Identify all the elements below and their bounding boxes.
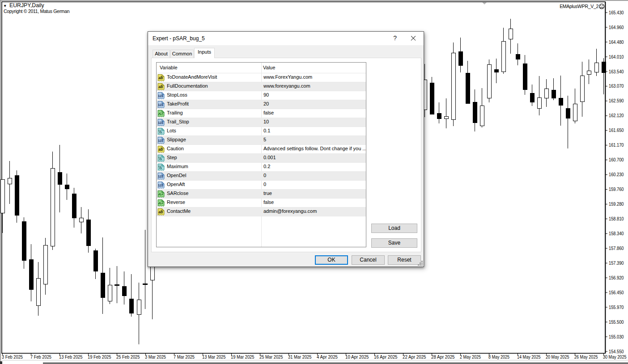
svg-text:157.390: 157.390	[609, 260, 624, 266]
svg-text:163.540: 163.540	[609, 69, 624, 74]
svg-text:165.430: 165.430	[609, 10, 624, 15]
svg-text:½: ½	[158, 156, 162, 161]
svg-text:ab: ab	[158, 210, 163, 214]
svg-text:123: 123	[158, 103, 163, 107]
svg-text:155.970: 155.970	[609, 305, 624, 310]
svg-text:156.450: 156.450	[609, 290, 624, 295]
svg-text:19 Mar 2025: 19 Mar 2025	[231, 354, 255, 360]
svg-text:162.120: 162.120	[609, 113, 624, 118]
svg-text:160.700: 160.700	[609, 157, 624, 162]
svg-text:3 Mar 2025: 3 Mar 2025	[145, 354, 166, 360]
svg-text:19 Feb 2025: 19 Feb 2025	[88, 354, 111, 360]
svg-text:164.480: 164.480	[609, 39, 624, 45]
svg-text:14 May 2025: 14 May 2025	[517, 354, 541, 360]
svg-text:155.030: 155.030	[609, 334, 624, 339]
svg-text:4 Apr 2025: 4 Apr 2025	[317, 354, 338, 360]
svg-text:155.500: 155.500	[609, 319, 624, 325]
svg-text:7 Feb 2025: 7 Feb 2025	[30, 354, 51, 360]
svg-text:163.070: 163.070	[609, 83, 624, 89]
svg-text:161.170: 161.170	[609, 142, 624, 148]
svg-text:28 Apr 2025: 28 Apr 2025	[431, 354, 455, 360]
svg-text:16 Apr 2025: 16 Apr 2025	[374, 354, 398, 360]
svg-text:13 Mar 2025: 13 Mar 2025	[202, 354, 226, 360]
svg-text:158.810: 158.810	[609, 216, 624, 221]
svg-text:ab: ab	[158, 85, 163, 89]
svg-text:123: 123	[158, 174, 163, 178]
svg-text:13 Feb 2025: 13 Feb 2025	[59, 354, 83, 360]
svg-text:30 May 2025: 30 May 2025	[603, 354, 627, 360]
svg-text:160.230: 160.230	[609, 172, 624, 177]
svg-text:154.550: 154.550	[609, 349, 624, 354]
svg-text:22 Apr 2025: 22 Apr 2025	[403, 354, 426, 360]
svg-text:ab: ab	[158, 76, 163, 80]
svg-text:8 May 2025: 8 May 2025	[488, 354, 509, 360]
svg-text:123: 123	[158, 183, 163, 187]
svg-text:ab: ab	[158, 147, 163, 152]
svg-text:10 Apr 2025: 10 Apr 2025	[345, 354, 369, 360]
svg-text:½: ½	[158, 129, 162, 134]
svg-text:3 Feb 2025: 3 Feb 2025	[2, 354, 23, 360]
svg-text:156.920: 156.920	[609, 275, 624, 280]
svg-text:25 Feb 2025: 25 Feb 2025	[116, 354, 140, 360]
svg-text:2 May 2025: 2 May 2025	[460, 354, 481, 360]
svg-text:159.280: 159.280	[609, 201, 624, 207]
svg-text:164.010: 164.010	[609, 54, 624, 59]
svg-text:164.960: 164.960	[609, 25, 624, 30]
svg-text:162.590: 162.590	[609, 98, 624, 103]
svg-text:123: 123	[158, 94, 163, 98]
svg-text:½: ½	[158, 165, 162, 170]
svg-text:25 Mar 2025: 25 Mar 2025	[259, 354, 283, 360]
svg-text:157.860: 157.860	[609, 245, 624, 251]
svg-text:26 May 2025: 26 May 2025	[574, 354, 598, 360]
svg-text:158.340: 158.340	[609, 231, 624, 236]
svg-text:7 Mar 2025: 7 Mar 2025	[174, 354, 195, 360]
svg-text:31 Mar 2025: 31 Mar 2025	[288, 354, 312, 360]
svg-text:123: 123	[158, 121, 163, 125]
svg-text:20 May 2025: 20 May 2025	[546, 354, 569, 360]
svg-text:161.650: 161.650	[609, 127, 624, 133]
svg-text:159.760: 159.760	[609, 186, 624, 192]
svg-text:123: 123	[158, 139, 163, 143]
